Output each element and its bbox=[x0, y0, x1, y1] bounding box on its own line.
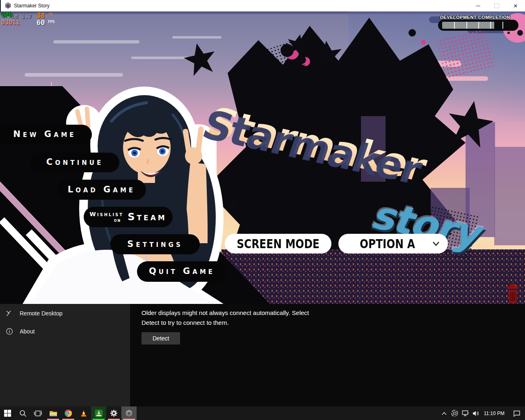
chevron-down-icon bbox=[432, 241, 440, 246]
dev-completion-label: DEVELOPMENT COMPLETION bbox=[440, 15, 510, 20]
settings-content: Older displays might not always connect … bbox=[142, 308, 511, 345]
taskbar-chrome[interactable] bbox=[61, 406, 76, 420]
settings-sidebar: Remote Desktop About bbox=[0, 304, 130, 406]
info-icon bbox=[6, 328, 13, 335]
sidebar-item-label: Remote Desktop bbox=[20, 310, 62, 317]
option-a-dropdown[interactable]: OPTION A bbox=[338, 234, 448, 253]
gear-icon bbox=[110, 409, 118, 417]
remote-desktop-icon bbox=[6, 310, 13, 317]
sidebar-item-label: About bbox=[20, 328, 35, 335]
chevron-up-icon bbox=[442, 412, 447, 415]
network-icon bbox=[462, 410, 469, 416]
menu-button-settings[interactable]: Settings bbox=[110, 234, 200, 254]
temperature-unit: °C bbox=[48, 13, 52, 16]
taskbar-clock[interactable]: 11:10 PM bbox=[482, 411, 509, 416]
bar-tick bbox=[502, 22, 503, 29]
menu-button-quit-game[interactable]: Quit Game bbox=[137, 261, 227, 282]
task-view-icon bbox=[34, 410, 42, 417]
window-titlebar: Starmaker Story ✕ bbox=[0, 0, 525, 11]
taskbar-vlc[interactable] bbox=[76, 406, 91, 420]
menu-button-load-game[interactable]: Load Game bbox=[57, 180, 146, 200]
chrome-icon bbox=[64, 409, 72, 417]
tray-meet-now[interactable] bbox=[450, 406, 460, 420]
taskbar-search-button[interactable] bbox=[15, 406, 30, 420]
taskbar: 11:10 PM bbox=[0, 406, 525, 420]
bar-tick bbox=[466, 22, 467, 29]
minimize-button[interactable] bbox=[468, 0, 487, 11]
window-title: Starmaker Story bbox=[14, 3, 50, 9]
taskbar-idm[interactable] bbox=[91, 406, 106, 420]
sidebar-item-about[interactable]: About bbox=[0, 324, 130, 339]
screen-mode-button[interactable]: SCREEN MODE bbox=[225, 234, 331, 253]
sidebar-item-remote-desktop[interactable]: Remote Desktop bbox=[0, 306, 130, 321]
halftone-patch bbox=[437, 28, 496, 80]
taskbar-settings[interactable] bbox=[106, 406, 121, 420]
build-text: ld 1.7 bbox=[11, 14, 32, 19]
bar-tick bbox=[454, 22, 455, 29]
system-tray: 11:10 PM bbox=[439, 406, 525, 420]
graphics-api: D3D11 bbox=[1, 20, 20, 26]
menu-button-wishlist-steam[interactable]: Wishlist on Steam bbox=[84, 207, 173, 227]
tray-volume[interactable] bbox=[471, 406, 482, 420]
notification-icon bbox=[513, 410, 520, 417]
star-icon bbox=[181, 40, 219, 77]
menu-button-continue[interactable]: Continue bbox=[30, 153, 119, 172]
menu-button-new-game[interactable]: New Game bbox=[0, 125, 92, 144]
tray-network[interactable] bbox=[460, 406, 471, 420]
settings-window: Remote Desktop About Older displays migh… bbox=[0, 304, 525, 406]
dev-completion-fill bbox=[442, 22, 494, 29]
bar-tick bbox=[478, 22, 479, 29]
close-button[interactable]: ✕ bbox=[506, 0, 525, 11]
task-view-button[interactable] bbox=[30, 406, 46, 420]
bar-tick bbox=[490, 22, 491, 29]
tray-show-hidden-icons[interactable] bbox=[439, 406, 450, 420]
gpu-label: GPU bbox=[1, 12, 12, 18]
city-lights bbox=[221, 249, 525, 304]
fps-value: 60 bbox=[37, 19, 45, 26]
search-icon bbox=[19, 410, 27, 417]
action-center-button[interactable] bbox=[509, 406, 525, 420]
unity-game-icon bbox=[125, 409, 133, 417]
app-window-icon bbox=[5, 2, 11, 9]
meet-now-icon bbox=[451, 410, 458, 417]
fps-unit: FPS bbox=[48, 20, 55, 24]
volume-icon bbox=[472, 410, 480, 417]
taskbar-file-explorer[interactable] bbox=[46, 406, 61, 420]
taskbar-starmaker-game[interactable] bbox=[121, 406, 137, 420]
game-viewport: Starmaker story New Game Continue Load G… bbox=[0, 11, 525, 304]
dev-completion-bar bbox=[438, 20, 518, 31]
detect-description: Older displays might not always connect … bbox=[142, 308, 327, 328]
building bbox=[494, 147, 525, 245]
detect-button[interactable]: Detect bbox=[142, 332, 180, 345]
vlc-icon bbox=[80, 410, 87, 417]
idm-icon bbox=[95, 409, 103, 418]
maximize-button[interactable] bbox=[487, 0, 506, 11]
start-button[interactable] bbox=[0, 406, 15, 420]
file-explorer-icon bbox=[49, 410, 57, 417]
windows-logo-icon bbox=[4, 410, 11, 417]
